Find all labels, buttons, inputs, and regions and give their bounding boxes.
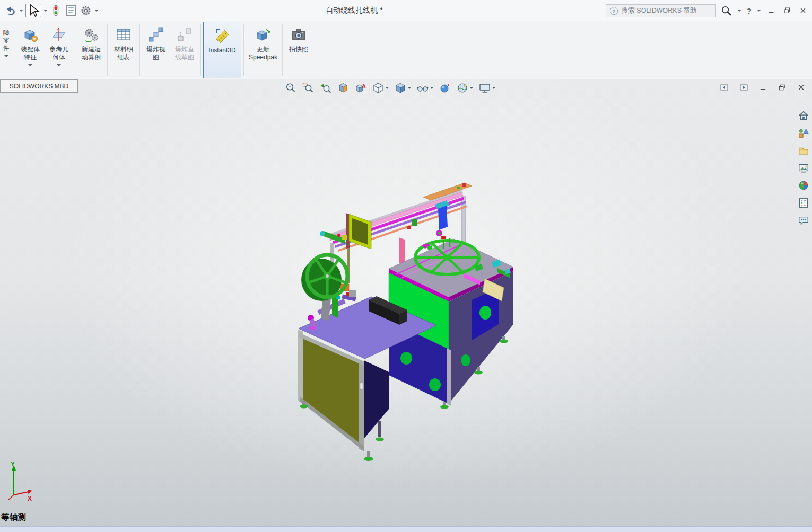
title-bar: 自动绕线扎线机 * ? 搜索 SOLIDWORKS 帮助 ? [0, 0, 812, 21]
button-label: Instant3D [208, 47, 235, 55]
help-dropdown-caret[interactable] [757, 10, 761, 12]
button-label: 零 [3, 37, 10, 45]
minimize-document-button[interactable] [758, 83, 767, 92]
ribbon-separator [282, 24, 283, 76]
minimize-button[interactable] [765, 5, 777, 16]
select-tool-button[interactable] [25, 4, 41, 17]
dropdown-caret [4, 55, 8, 57]
select-dropdown-caret[interactable] [43, 10, 48, 12]
button-label: 新建运 [82, 46, 101, 54]
close-button[interactable] [797, 5, 809, 16]
view-settings-button[interactable] [478, 81, 496, 95]
forum-bubble-icon [798, 215, 809, 226]
options-dropdown-caret[interactable] [94, 10, 99, 12]
ribbon-button-take-snapshot[interactable]: 拍快照 [284, 21, 313, 79]
view-palette-button[interactable] [797, 161, 810, 175]
ribbon-button-hide-components[interactable]: 隐 零 件 [0, 21, 12, 79]
titlebar-right: ? 搜索 SOLIDWORKS 帮助 ? [606, 0, 809, 21]
ribbon-button-instant3d[interactable]: Instant3D [203, 22, 241, 78]
search-input[interactable]: ? 搜索 SOLIDWORKS 帮助 [606, 4, 716, 17]
button-label: 件 [3, 45, 10, 52]
ribbon-separator [107, 24, 108, 76]
ribbon-button-bill-of-materials[interactable]: 材料明 细表 [109, 21, 138, 79]
search-dropdown-caret[interactable] [737, 10, 741, 12]
ribbon-button-new-motion-study[interactable]: 新建运 动算例 [77, 21, 106, 79]
selection-filter-button[interactable] [50, 4, 63, 17]
search-icon [721, 5, 732, 16]
button-label: 隐 [3, 29, 10, 37]
ribbon-separator [200, 24, 201, 76]
design-library-button[interactable] [797, 126, 810, 140]
apply-scene-button[interactable] [456, 81, 474, 95]
edit-appearance-button[interactable] [439, 81, 451, 95]
custom-properties-button[interactable] [797, 196, 810, 210]
ribbon-button-exploded-view[interactable]: 爆炸视 图 [142, 21, 170, 79]
close-icon [799, 6, 807, 15]
document-properties-icon [65, 4, 77, 17]
document-properties-button[interactable] [65, 4, 77, 17]
button-label: 动算例 [82, 54, 101, 61]
file-explorer-button[interactable] [797, 144, 810, 157]
button-label: 装配体 [21, 46, 40, 54]
annotation-views-button[interactable]: A [354, 81, 367, 95]
undo-dropdown-caret[interactable] [19, 10, 23, 12]
restore-button[interactable] [781, 5, 793, 16]
minimize-icon [767, 6, 775, 15]
dropdown-caret [386, 87, 389, 89]
assembly-features-icon [22, 26, 38, 42]
dropdown-caret [57, 64, 61, 66]
view-orientation-button[interactable] [372, 81, 389, 95]
help-button[interactable]: ? [746, 6, 753, 15]
reference-geometry-icon [51, 26, 67, 42]
design-library-icon [798, 127, 809, 139]
apply-scene-icon [457, 82, 468, 94]
selection-filter-icon [50, 4, 63, 17]
restore-document-button[interactable] [777, 83, 787, 92]
document-title: 自动绕线扎线机 * [285, 6, 423, 15]
tab-label: SOLIDWORKS MBD [10, 83, 68, 90]
undo-button[interactable] [4, 4, 17, 17]
button-label: 拍快照 [289, 46, 308, 54]
ribbon-button-reference-geometry[interactable]: 参考几 何体 [45, 21, 73, 79]
task-pane-home-button[interactable] [797, 109, 810, 122]
annotation-views-icon: A [355, 82, 366, 94]
undo-icon [4, 4, 17, 17]
options-gear-icon [80, 4, 92, 17]
dropdown-caret [470, 87, 473, 89]
button-label: 图 [153, 54, 159, 61]
ribbon-separator [14, 24, 14, 76]
button-label: 参考几 [49, 46, 68, 54]
zoom-to-area-icon [302, 82, 314, 94]
restore-document-icon [778, 84, 786, 91]
zoom-to-fit-button[interactable] [284, 81, 297, 95]
button-label: Speedpak [249, 54, 277, 61]
button-label: 更新 [257, 46, 269, 54]
ribbon-button-assembly-features[interactable]: 装配体 特征 [16, 21, 45, 79]
quick-access-toolbar [0, 4, 99, 17]
button-label: 细表 [117, 54, 130, 61]
next-window-button[interactable] [739, 83, 748, 92]
restore-icon [783, 6, 791, 15]
hide-show-items-button[interactable] [416, 81, 434, 95]
assembly-model-3d[interactable] [0, 79, 812, 526]
search-button[interactable] [720, 4, 733, 17]
solidworks-forums-button[interactable] [797, 214, 810, 227]
options-button[interactable] [80, 4, 92, 17]
section-view-icon [337, 82, 349, 94]
beam-end-plate[interactable] [346, 213, 371, 283]
reference-triad: Y X [2, 460, 36, 504]
update-speedpak-icon [255, 26, 271, 42]
zoom-to-area-button[interactable] [302, 81, 315, 95]
previous-view-button[interactable] [319, 81, 332, 95]
previous-window-button[interactable] [720, 83, 729, 92]
display-style-button[interactable] [394, 81, 412, 95]
explode-line-sketch-icon [177, 26, 193, 42]
appearances-scenes-button[interactable] [797, 179, 810, 192]
dropdown-caret [430, 87, 433, 89]
close-document-button[interactable] [796, 83, 806, 92]
ribbon-button-update-speedpak[interactable]: 更新 Speedpak [246, 21, 281, 79]
tab-solidworks-mbd[interactable]: SOLIDWORKS MBD [0, 79, 78, 93]
home-icon [798, 110, 809, 121]
section-view-button[interactable] [337, 81, 350, 95]
zoom-to-fit-icon [285, 82, 296, 94]
